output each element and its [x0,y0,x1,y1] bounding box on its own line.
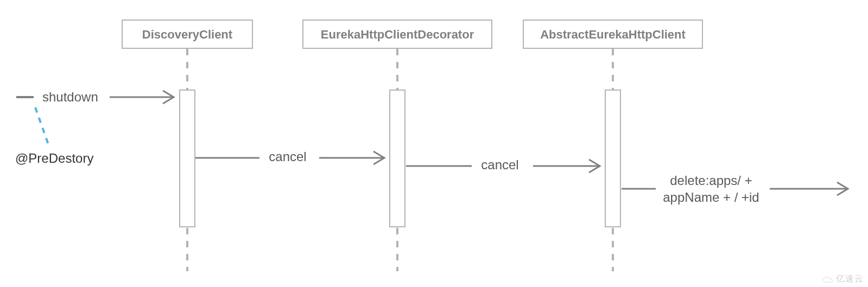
message-delete-apps-label-1: delete:apps/ + [670,173,752,188]
participant-eureka-decorator-label: EurekaHttpClientDecorator [321,28,474,41]
sequence-diagram: DiscoveryClient EurekaHttpClientDecorato… [0,0,868,287]
participant-abstract-eureka-label: AbstractEurekaHttpClient [540,28,686,41]
note-predestroy: @PreDestory [15,107,93,165]
activation-abstract-eureka [605,90,620,227]
message-shutdown: shutdown [16,90,174,104]
participant-eureka-decorator: EurekaHttpClientDecorator [303,20,492,271]
message-cancel-1-label: cancel [269,149,306,164]
watermark-text: 亿速云 [836,273,864,285]
activation-eureka-decorator [390,90,405,227]
participant-abstract-eureka: AbstractEurekaHttpClient [523,20,702,271]
note-predestroy-label: @PreDestory [15,151,93,165]
message-cancel-2-label: cancel [481,157,518,172]
message-cancel-2: cancel [406,157,600,173]
cloud-icon [822,275,834,284]
message-delete-apps: delete:apps/ + appName + / +id [622,173,848,205]
watermark: 亿速云 [822,273,864,285]
activation-discovery-client [180,90,195,227]
message-cancel-1: cancel [195,149,384,164]
participant-discovery-client-label: DiscoveryClient [142,28,233,41]
message-delete-apps-label-2: appName + / +id [663,190,759,205]
participant-discovery-client: DiscoveryClient [122,20,252,271]
message-shutdown-label: shutdown [42,90,98,104]
svg-line-11 [35,107,48,144]
